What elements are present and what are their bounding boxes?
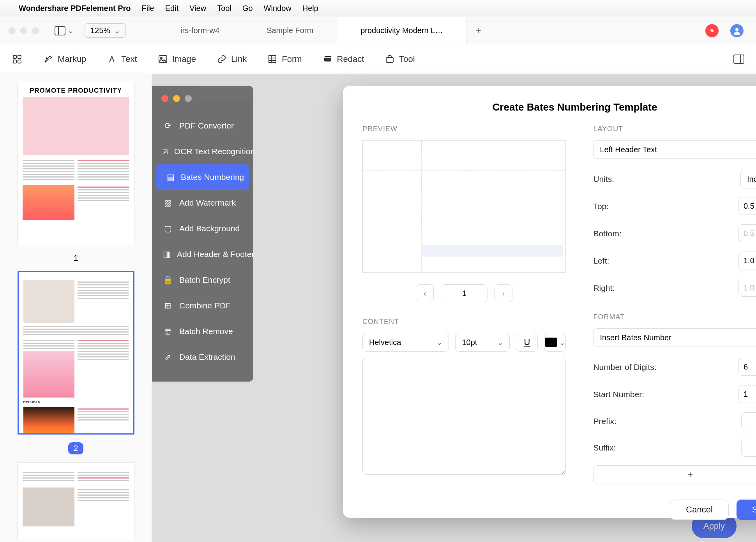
save-button[interactable]: Save xyxy=(737,500,756,520)
ribbon-form[interactable]: Form xyxy=(267,54,302,65)
page-number-1: 1 xyxy=(8,253,144,263)
ribbon-redact[interactable]: Redact xyxy=(322,54,364,65)
content-section-label: CONTENT xyxy=(362,318,566,326)
image-icon xyxy=(157,54,168,65)
digits-input[interactable] xyxy=(738,358,756,376)
ribbon-link[interactable]: Link xyxy=(216,54,247,65)
add-tab-button[interactable]: + xyxy=(466,17,490,44)
promo-badge-icon[interactable]: % xyxy=(705,24,719,37)
color-picker-button[interactable] xyxy=(544,333,566,352)
add-format-row-button[interactable]: + xyxy=(593,465,756,484)
side-data-extraction[interactable]: ⇗Data Extraction xyxy=(152,344,253,370)
suffix-input[interactable] xyxy=(741,439,756,457)
minimize-dot[interactable] xyxy=(20,27,27,34)
cancel-button[interactable]: Cancel xyxy=(670,500,728,520)
underline-button[interactable]: U xyxy=(516,333,538,352)
bottom-input[interactable] xyxy=(738,224,756,242)
right-input[interactable] xyxy=(738,279,756,297)
trash-icon: 🗑 xyxy=(163,326,173,336)
menu-help[interactable]: Help xyxy=(302,4,318,13)
batch-tool-panel: ⟳PDF Converter ⎚OCR Text Recognition ▤Ba… xyxy=(152,86,253,382)
close-dot[interactable] xyxy=(161,95,168,102)
side-label: Batch Remove xyxy=(179,327,233,336)
units-select[interactable]: Inches xyxy=(740,170,756,188)
layout-section-label: LAYOUT xyxy=(593,125,756,133)
units-value: Inches xyxy=(747,175,756,184)
ribbon-apps[interactable] xyxy=(12,54,23,65)
combine-icon: ⊞ xyxy=(163,301,173,311)
tab-label: Sample Form xyxy=(267,26,313,35)
start-number-stepper[interactable]: ▲▼ xyxy=(738,385,756,404)
bates-icon: ▤ xyxy=(167,172,175,182)
ribbon-panel-toggle[interactable] xyxy=(733,54,744,65)
maximize-dot[interactable] xyxy=(185,95,192,102)
right-label: Right: xyxy=(593,283,615,293)
menu-view[interactable]: View xyxy=(189,4,206,13)
maximize-dot[interactable] xyxy=(32,27,39,34)
ribbon-text[interactable]: Text xyxy=(106,54,137,65)
tab-2[interactable]: productivity Modern L… xyxy=(337,17,466,44)
svg-point-8 xyxy=(161,57,162,59)
left-stepper[interactable]: ▲▼ xyxy=(738,252,756,270)
thumbnail-page-2[interactable]: REPORTS xyxy=(18,271,134,435)
content-textarea[interactable] xyxy=(362,358,566,475)
close-dot[interactable] xyxy=(9,27,16,34)
preview-section-label: PREVIEW xyxy=(362,125,566,133)
cancel-label: Cancel xyxy=(686,505,712,515)
pager-page-input[interactable] xyxy=(441,284,488,302)
bates-template-modal: Create Bates Numbering Template PREVIEW … xyxy=(343,86,756,518)
ocr-icon: ⎚ xyxy=(163,146,168,157)
menu-tool[interactable]: Tool xyxy=(217,4,231,13)
sidebar-toggle-button[interactable] xyxy=(55,26,74,35)
font-value: Helvetica xyxy=(369,338,401,347)
side-background[interactable]: ▢Add Background xyxy=(152,216,253,241)
ribbon-tool[interactable]: Tool xyxy=(384,54,415,65)
side-bates-numbering[interactable]: ▤Bates Numbering xyxy=(156,164,249,190)
panel-traffic-lights xyxy=(161,95,192,102)
thumbnail-page-1[interactable]: PROMOTE PRODUCTIVITY xyxy=(18,82,134,245)
ribbon-image[interactable]: Image xyxy=(157,54,196,65)
insert-bates-select[interactable]: Insert Bates Number xyxy=(593,328,756,347)
font-select[interactable]: Helvetica xyxy=(362,333,449,352)
lock-icon: 🔒 xyxy=(163,275,173,285)
font-size-select[interactable]: 10pt xyxy=(455,333,510,352)
start-number-label: Start Number: xyxy=(593,390,644,399)
left-input[interactable] xyxy=(738,252,756,269)
refresh-icon: ⟳ xyxy=(163,121,173,131)
digits-stepper[interactable]: ▲▼ xyxy=(738,358,756,377)
minimize-dot[interactable] xyxy=(173,95,180,102)
side-pdf-converter[interactable]: ⟳PDF Converter xyxy=(152,113,253,139)
thumb-title: PROMOTE PRODUCTIVITY xyxy=(23,87,129,95)
top-stepper[interactable]: ▲▼ xyxy=(738,197,756,216)
layout-position-select[interactable]: Left Header Text xyxy=(593,140,756,159)
menu-window[interactable]: Window xyxy=(264,4,291,13)
right-stepper[interactable]: ▲▼ xyxy=(738,279,756,297)
user-avatar-icon[interactable] xyxy=(730,24,744,37)
tab-1[interactable]: Sample Form xyxy=(243,17,337,44)
ribbon-markup[interactable]: Markup xyxy=(43,54,86,65)
app-window: 125% irs-form-w4 Sample Form productivit… xyxy=(0,17,756,542)
side-batch-encrypt[interactable]: 🔒Batch Encrypt xyxy=(152,267,253,293)
menu-file[interactable]: File xyxy=(141,4,154,13)
side-watermark[interactable]: ▨Add Watermark xyxy=(152,190,253,216)
bottom-label: Bottom: xyxy=(593,229,621,238)
toolbox-icon xyxy=(384,54,395,65)
menu-go[interactable]: Go xyxy=(242,4,253,13)
thumbnail-page-3[interactable] xyxy=(18,462,134,540)
side-header-footer[interactable]: ▥Add Header & Footer xyxy=(152,241,253,267)
pager-prev-button[interactable]: ‹ xyxy=(416,284,434,302)
zoom-select[interactable]: 125% xyxy=(85,23,126,38)
side-batch-remove[interactable]: 🗑Batch Remove xyxy=(152,319,253,344)
top-input[interactable] xyxy=(738,197,756,215)
start-number-input[interactable] xyxy=(738,385,756,403)
tab-0[interactable]: irs-form-w4 xyxy=(157,17,243,44)
units-label: Units: xyxy=(593,174,614,184)
prefix-input[interactable] xyxy=(741,412,756,430)
extract-icon: ⇗ xyxy=(163,352,173,362)
menu-edit[interactable]: Edit xyxy=(165,4,178,13)
side-ocr[interactable]: ⎚OCR Text Recognition xyxy=(152,139,253,164)
bottom-stepper[interactable]: ▲▼ xyxy=(738,224,756,243)
pager-next-button[interactable]: › xyxy=(495,284,512,302)
document-tabs: irs-form-w4 Sample Form productivity Mod… xyxy=(157,17,490,44)
side-combine[interactable]: ⊞Combine PDF xyxy=(152,293,253,319)
